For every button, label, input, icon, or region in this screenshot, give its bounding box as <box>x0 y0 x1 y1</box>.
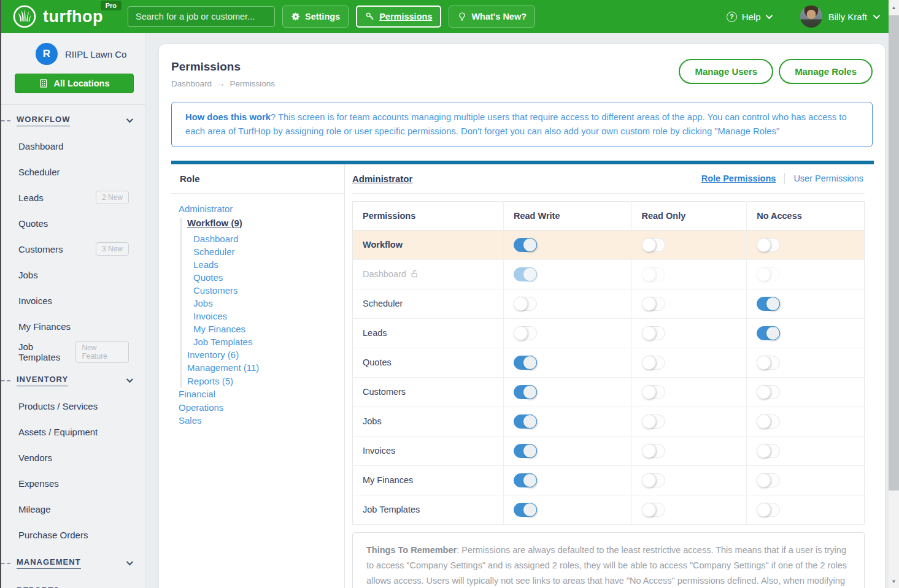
read-only-toggle[interactable] <box>642 267 665 281</box>
no-access-toggle[interactable] <box>757 473 780 487</box>
sidebar-item-invoices[interactable]: Invoices <box>1 288 145 313</box>
read-write-toggle[interactable] <box>514 238 537 252</box>
read-write-toggle[interactable] <box>514 385 537 399</box>
sidebar-section-management[interactable]: MANAGEMENT <box>1 550 145 576</box>
whats-new-button[interactable]: What's New? <box>449 6 535 28</box>
tree-role-administrator[interactable]: Administrator <box>179 204 344 214</box>
tree-item-jobs[interactable]: Jobs <box>193 297 344 310</box>
read-only-toggle[interactable] <box>642 414 665 429</box>
sidebar-section-workflow[interactable]: WORKFLOW <box>1 107 145 133</box>
no-access-toggle[interactable] <box>757 267 780 281</box>
scrollbar-thumb[interactable] <box>889 15 899 491</box>
tree-role-operations[interactable]: Operations <box>179 401 344 414</box>
tree-item-dashboard[interactable]: Dashboard <box>193 232 344 245</box>
vertical-scrollbar[interactable]: ▲ ▼ <box>889 0 899 588</box>
tree-group-inventory[interactable]: Inventory (6) <box>187 348 344 362</box>
read-write-toggle[interactable] <box>514 503 537 517</box>
sidebar-item-assets-equipment[interactable]: Assets / Equipment <box>1 419 145 445</box>
scroll-down-arrow[interactable]: ▼ <box>889 576 899 587</box>
app-logo[interactable]: turfhop Pro <box>12 4 103 29</box>
read-only-toggle[interactable] <box>642 503 665 517</box>
table-row: Scheduler <box>353 289 865 318</box>
global-search-input[interactable] <box>128 6 275 27</box>
tree-group-management[interactable]: Management (11) <box>187 361 344 375</box>
sidebar-item-expenses[interactable]: Expenses <box>1 470 145 496</box>
tree-role-financial[interactable]: Financial <box>179 388 344 401</box>
no-access-toggle[interactable] <box>757 503 780 517</box>
read-write-toggle[interactable] <box>514 356 537 370</box>
sidebar-item-dashboard[interactable]: Dashboard <box>1 133 145 159</box>
sidebar-item-jobs[interactable]: Jobs <box>1 262 145 288</box>
chevron-down-icon <box>126 376 133 383</box>
table-row: My Finances <box>353 465 865 495</box>
sidebar-item-quotes[interactable]: Quotes <box>1 210 145 236</box>
read-only-toggle[interactable] <box>642 356 665 370</box>
read-write-toggle[interactable] <box>514 326 537 340</box>
role-permissions-link[interactable]: Role Permissions <box>701 174 776 183</box>
tree-item-scheduler[interactable]: Scheduler <box>193 245 344 258</box>
tree-item-leads[interactable]: Leads <box>193 258 344 271</box>
read-only-toggle[interactable] <box>642 444 665 458</box>
breadcrumb-dashboard[interactable]: Dashboard <box>171 79 212 88</box>
read-only-toggle[interactable] <box>642 238 665 252</box>
no-access-toggle[interactable] <box>757 385 780 399</box>
sidebar-item-customers[interactable]: Customers3 New <box>1 236 145 262</box>
settings-button[interactable]: Settings <box>282 6 349 28</box>
no-access-toggle[interactable] <box>757 238 780 252</box>
tree-item-invoices[interactable]: Invoices <box>193 310 344 323</box>
no-access-toggle[interactable] <box>757 356 780 370</box>
read-write-toggle[interactable] <box>514 414 537 429</box>
sidebar-item-purchase-orders[interactable]: Purchase Orders <box>1 522 145 548</box>
no-access-toggle[interactable] <box>757 297 780 311</box>
read-write-toggle[interactable] <box>514 267 537 281</box>
no-access-toggle[interactable] <box>757 326 780 340</box>
manage-users-button[interactable]: Manage Users <box>679 59 773 84</box>
help-menu[interactable]: ? Help <box>727 12 771 22</box>
sidebar-item-leads[interactable]: Leads2 New <box>1 185 145 210</box>
app-header: turfhop Pro Settings Permissions What's … <box>1 0 899 33</box>
sidebar-item-products-services[interactable]: Products / Services <box>1 393 145 419</box>
tree-item-my-finances[interactable]: My Finances <box>193 323 344 335</box>
info-banner-bold: How does this work <box>185 112 271 122</box>
read-only-toggle[interactable] <box>642 326 665 340</box>
no-access-toggle[interactable] <box>757 444 780 458</box>
sidebar-item-my-finances[interactable]: My Finances <box>1 313 145 339</box>
all-locations-label: All Locations <box>53 78 109 88</box>
sidebar-section-reports[interactable]: REPORTS <box>1 578 145 588</box>
avatar <box>800 6 822 28</box>
dash-icon <box>1 120 10 121</box>
main-content: Permissions Dashboard → Permissions Mana… <box>145 33 899 588</box>
user-menu[interactable]: Billy Kraft <box>800 6 878 28</box>
read-only-toggle[interactable] <box>642 297 665 311</box>
building-icon <box>39 78 48 88</box>
read-write-toggle[interactable] <box>514 297 537 311</box>
read-write-toggle[interactable] <box>514 444 537 458</box>
tree-item-customers[interactable]: Customers <box>193 284 344 297</box>
sidebar-item-job-templates[interactable]: Job TemplatesNew Feature <box>1 339 145 365</box>
role-panel-heading: Role <box>171 164 344 194</box>
read-write-toggle[interactable] <box>514 473 537 487</box>
all-locations-button[interactable]: All Locations <box>15 74 134 93</box>
chevron-down-icon <box>873 12 880 19</box>
selected-role-name: Administrator <box>352 174 412 184</box>
tree-group-workflow[interactable]: Workflow (9) <box>187 218 344 228</box>
permissions-button[interactable]: Permissions <box>356 6 441 28</box>
sidebar-item-badge: 3 New <box>96 242 129 256</box>
tree-group-reports[interactable]: Reports (5) <box>187 375 344 388</box>
org-row[interactable]: R RIIPL Lawn Co <box>1 33 145 65</box>
tree-item-job-templates[interactable]: Job Templates <box>193 335 344 348</box>
sidebar-item-mileage[interactable]: Mileage <box>1 496 145 522</box>
no-access-toggle[interactable] <box>757 414 780 429</box>
user-permissions-link[interactable]: User Permissions <box>793 174 863 183</box>
sidebar-item-vendors[interactable]: Vendors <box>1 445 145 470</box>
manage-roles-button[interactable]: Manage Roles <box>779 59 873 84</box>
col-header-read-write: Read Write <box>504 201 632 230</box>
sidebar-item-scheduler[interactable]: Scheduler <box>1 159 145 185</box>
read-only-toggle[interactable] <box>642 473 665 487</box>
sidebar-section-inventory[interactable]: INVENTORY <box>1 367 145 393</box>
tree-role-sales[interactable]: Sales <box>179 414 344 427</box>
col-header-permissions: Permissions <box>353 201 504 230</box>
read-only-toggle[interactable] <box>642 385 665 399</box>
tree-item-quotes[interactable]: Quotes <box>193 271 344 284</box>
scroll-up-arrow[interactable]: ▲ <box>889 2 899 13</box>
